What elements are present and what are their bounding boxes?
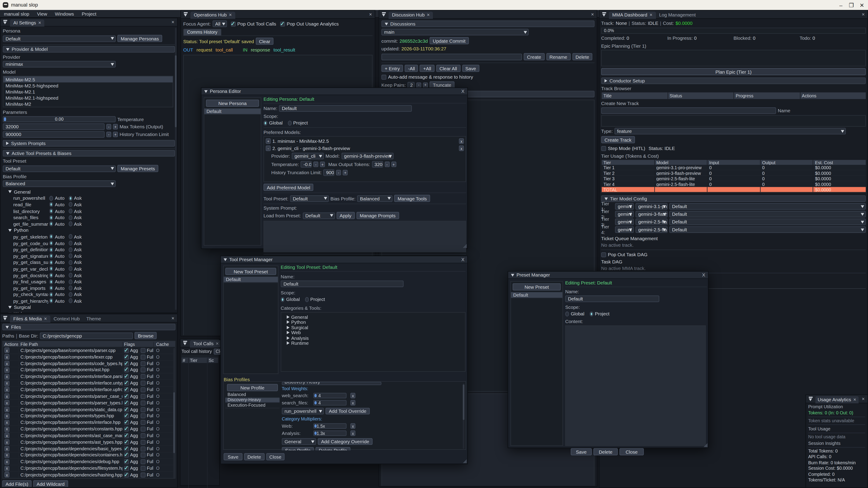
active-tools-section[interactable]: Active Tool Presets & Biases bbox=[3, 150, 175, 157]
new-tool-preset-button[interactable]: New Tool Preset bbox=[225, 268, 276, 275]
preset-name-input[interactable]: Default bbox=[565, 295, 659, 302]
remove-model-button[interactable]: x bbox=[459, 145, 464, 151]
panel-close-icon[interactable]: × bbox=[369, 11, 372, 17]
model-list-item[interactable]: MiniMax-M2 bbox=[3, 101, 173, 107]
increment-button[interactable]: + bbox=[391, 162, 396, 167]
remove-file-button[interactable]: x bbox=[4, 426, 9, 432]
collapse-icon[interactable] bbox=[8, 306, 12, 308]
pop-out-usage-checkbox[interactable] bbox=[280, 21, 285, 26]
close-dialog-button[interactable]: Close bbox=[619, 448, 644, 455]
tier-provider-select[interactable]: gemini bbox=[615, 219, 634, 225]
full-checkbox[interactable] bbox=[141, 381, 146, 386]
delete-discussion-button[interactable]: Delete bbox=[572, 53, 592, 60]
category-override-select[interactable]: General bbox=[282, 438, 316, 445]
remove-file-button[interactable]: x bbox=[4, 394, 9, 399]
full-checkbox[interactable] bbox=[141, 414, 146, 418]
history-action-button[interactable]: + Entry bbox=[381, 65, 403, 72]
agg-checkbox[interactable] bbox=[124, 473, 129, 477]
track-type-select[interactable]: feature bbox=[614, 128, 846, 134]
ask-radio[interactable] bbox=[68, 254, 72, 258]
manage-tools-button[interactable]: Manage Tools bbox=[394, 195, 430, 202]
step-mode-checkbox[interactable] bbox=[601, 146, 606, 151]
pm-temperature-input[interactable]: -0.0 bbox=[301, 161, 312, 168]
multiplier-slider[interactable]: 1.3x bbox=[313, 430, 346, 436]
bias-profile-select[interactable]: Balanced bbox=[3, 180, 116, 187]
delete-profile-button[interactable]: Delete Profile bbox=[315, 447, 350, 451]
panel-menu-icon[interactable] bbox=[808, 396, 813, 401]
tab-log-management[interactable]: Log Management bbox=[656, 11, 699, 19]
manage-prompts-button[interactable]: Manage Prompts bbox=[356, 212, 399, 219]
ask-radio[interactable] bbox=[68, 202, 72, 207]
tab-close-icon[interactable]: × bbox=[38, 20, 41, 25]
base-dir-input[interactable]: C:/projects/gencpp bbox=[40, 332, 133, 339]
move-down-button[interactable]: - bbox=[266, 145, 271, 151]
category-row[interactable]: Analysis bbox=[287, 335, 465, 340]
remove-file-button[interactable]: x bbox=[4, 433, 9, 438]
agg-checkbox[interactable] bbox=[124, 453, 129, 458]
remove-file-button[interactable]: x bbox=[4, 367, 9, 373]
full-checkbox[interactable] bbox=[141, 361, 146, 366]
conductor-setup-section[interactable]: Conductor Setup bbox=[601, 77, 866, 84]
increment-button[interactable]: + bbox=[113, 124, 118, 129]
create-discussion-button[interactable]: Create bbox=[524, 53, 545, 60]
history-action-button[interactable]: +All bbox=[420, 65, 434, 72]
panel-close-icon[interactable]: × bbox=[591, 11, 594, 17]
full-checkbox[interactable] bbox=[141, 440, 146, 445]
agg-checkbox[interactable] bbox=[124, 355, 129, 359]
close-dialog-button[interactable]: Close bbox=[266, 453, 285, 460]
weight-slider[interactable]: 4 bbox=[313, 400, 346, 405]
remove-file-button[interactable]: x bbox=[4, 348, 9, 353]
panel-menu-icon[interactable] bbox=[3, 316, 8, 321]
full-checkbox[interactable] bbox=[141, 420, 146, 425]
tab-close-icon[interactable]: × bbox=[216, 341, 219, 346]
agg-checkbox[interactable] bbox=[124, 374, 129, 379]
model-list-item[interactable]: MiniMax-M2.1 bbox=[3, 89, 173, 95]
max-tokens-input[interactable]: 32000 bbox=[3, 123, 105, 130]
full-checkbox[interactable] bbox=[141, 407, 146, 412]
ask-radio[interactable] bbox=[68, 286, 72, 291]
full-checkbox[interactable] bbox=[141, 459, 146, 464]
pm-provider-select[interactable]: gemini_cli bbox=[292, 153, 324, 159]
remove-model-button[interactable]: x bbox=[459, 138, 464, 144]
multiplier-slider[interactable]: 1.5x bbox=[313, 423, 346, 429]
full-checkbox[interactable] bbox=[141, 387, 146, 392]
panel-menu-icon[interactable] bbox=[183, 340, 188, 346]
tier-provider-select[interactable]: gemini bbox=[615, 226, 634, 233]
tier-preset-select[interactable]: Default bbox=[669, 226, 866, 233]
remove-file-button[interactable]: x bbox=[4, 407, 9, 412]
tab-comms-history[interactable]: Comms History bbox=[183, 29, 221, 35]
remove-override-button[interactable]: x bbox=[350, 430, 355, 436]
save-button[interactable]: Save bbox=[571, 448, 592, 455]
agg-checkbox[interactable] bbox=[124, 440, 129, 445]
auto-radio[interactable] bbox=[49, 298, 53, 303]
tier-model-select[interactable]: gemini-2.5-flash bbox=[636, 219, 668, 225]
global-radio[interactable] bbox=[565, 311, 569, 316]
agg-checkbox[interactable] bbox=[124, 414, 129, 418]
bias-profile-list-item[interactable]: Execution-Focused bbox=[225, 403, 280, 408]
panel-menu-icon[interactable] bbox=[3, 20, 8, 25]
agg-checkbox[interactable] bbox=[124, 400, 129, 405]
move-up-button[interactable]: + bbox=[266, 138, 271, 144]
pm-model-select[interactable]: gemini-3-flash-preview bbox=[341, 153, 393, 159]
pm-history-limit-input[interactable]: 900000 bbox=[323, 169, 335, 176]
auto-radio[interactable] bbox=[49, 208, 53, 214]
tier-preset-select[interactable]: Default bbox=[669, 203, 866, 210]
panel-menu-icon[interactable] bbox=[602, 12, 607, 17]
plan-epic-button[interactable]: Plan Epic (Tier 1) bbox=[601, 68, 866, 75]
agg-checkbox[interactable] bbox=[124, 407, 129, 412]
panel-close-icon[interactable]: × bbox=[862, 396, 865, 401]
preset-list-item[interactable]: Default bbox=[511, 292, 562, 298]
discussion-name-input[interactable] bbox=[381, 53, 522, 60]
model-list-item[interactable]: MiniMax-M2.1-highspeed bbox=[3, 95, 173, 101]
tab-close-icon[interactable]: × bbox=[229, 12, 232, 18]
full-checkbox[interactable] bbox=[141, 355, 146, 359]
tier-provider-select[interactable]: gemini bbox=[615, 211, 634, 217]
dialog-close-icon[interactable]: X bbox=[702, 272, 705, 278]
decrement-button[interactable]: - bbox=[313, 162, 318, 167]
agg-checkbox[interactable] bbox=[124, 420, 129, 425]
increment-button[interactable]: + bbox=[320, 162, 325, 167]
agg-checkbox[interactable] bbox=[124, 367, 129, 372]
tab-ai-settings[interactable]: AI Settings × bbox=[10, 19, 44, 26]
tier-model-select[interactable]: gemini-2.5-flash bbox=[636, 226, 668, 233]
remove-file-button[interactable]: x bbox=[4, 453, 9, 458]
